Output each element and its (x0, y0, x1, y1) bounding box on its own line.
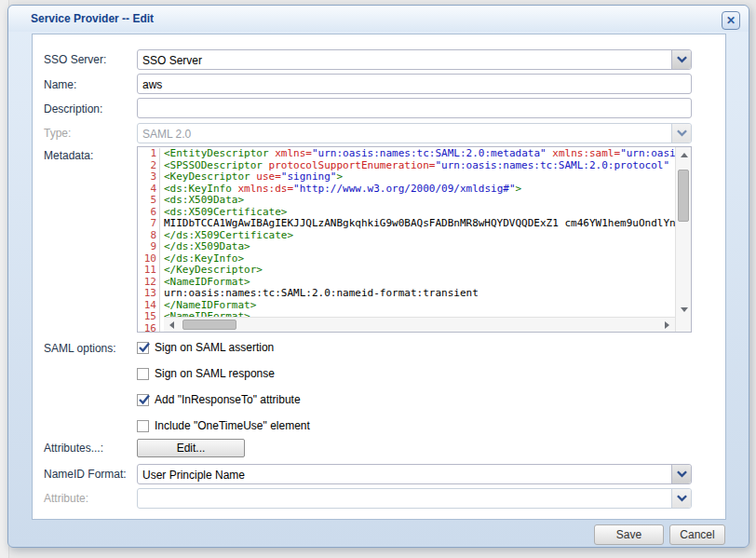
type-value: SAML 2.0 (142, 128, 668, 141)
nameid-format-dropdown-trigger[interactable] (671, 465, 691, 483)
service-provider-edit-dialog: Service Provider -- Edit ✕ SSO Server: S… (7, 5, 749, 548)
saml-option-row: Sign on SAML assertion (137, 340, 274, 355)
metadata-label: Metadata: (44, 149, 137, 162)
sign-on-saml-response-label: Sign on SAML response (155, 367, 275, 380)
add-inresponseto-checkbox[interactable] (137, 394, 149, 406)
chevron-down-icon (677, 495, 687, 502)
include-onetimeuse-label: Include "OneTimeUse" element (155, 419, 310, 432)
sign-on-saml-assertion-checkbox[interactable] (137, 342, 149, 354)
dialog-body-panel: SSO Server: SSO Server Name: aws Descrip… (32, 34, 726, 520)
scroll-left-icon[interactable] (164, 318, 180, 333)
save-button[interactable]: Save (594, 524, 664, 545)
sign-on-saml-assertion-label: Sign on SAML assertion (155, 341, 274, 354)
type-dropdown-trigger (671, 124, 691, 143)
dialog-title: Service Provider -- Edit (31, 12, 154, 25)
saml-option-row: Add "InResponseTo" attribute (137, 392, 301, 407)
metadata-code-editor[interactable]: 12345678910111213141516 <EntityDescripto… (137, 146, 692, 333)
sign-on-saml-response-checkbox[interactable] (137, 368, 149, 380)
description-input[interactable] (137, 98, 692, 118)
add-inresponseto-label: Add "InResponseTo" attribute (155, 393, 301, 406)
nameid-format-value: User Principle Name (142, 469, 668, 482)
name-input[interactable]: aws (137, 74, 692, 94)
sso-server-combobox[interactable]: SSO Server (137, 49, 692, 70)
type-combobox: SAML 2.0 (137, 123, 692, 143)
vertical-scrollbar[interactable] (675, 147, 691, 332)
edit-attributes-button[interactable]: Edit... (137, 439, 245, 457)
scroll-down-icon[interactable] (676, 302, 692, 317)
scroll-up-icon[interactable] (676, 147, 692, 162)
attribute-dropdown-trigger (671, 489, 691, 508)
chevron-down-icon (677, 129, 687, 137)
sso-server-dropdown-trigger[interactable] (671, 50, 691, 69)
saml-option-row: Sign on SAML response (137, 366, 275, 381)
attributes-label: Attributes...: (44, 442, 137, 455)
horizontal-scrollbar[interactable] (164, 317, 675, 332)
type-label: Type: (44, 127, 137, 140)
include-onetimeuse-checkbox[interactable] (137, 420, 149, 432)
cancel-button[interactable]: Cancel (669, 524, 725, 545)
name-label: Name: (44, 78, 137, 91)
checkmark-icon (138, 393, 151, 406)
sso-server-value: SSO Server (142, 54, 668, 67)
chevron-down-icon (677, 470, 687, 478)
saml-options-label: SAML options: (44, 342, 137, 355)
sso-server-label: SSO Server: (44, 53, 137, 66)
attribute-combobox (137, 488, 692, 509)
horizontal-scroll-thumb[interactable] (182, 320, 236, 330)
attribute-label: Attribute: (44, 492, 137, 505)
chevron-down-icon (677, 56, 687, 63)
scroll-right-icon[interactable] (659, 318, 675, 333)
nameid-format-label: NameID Format: (44, 468, 137, 481)
line-number-gutter: 12345678910111213141516 (138, 148, 160, 332)
vertical-scroll-thumb[interactable] (678, 170, 689, 222)
nameid-format-combobox[interactable]: User Principle Name (137, 464, 692, 484)
close-icon[interactable]: ✕ (722, 11, 740, 30)
checkmark-icon (138, 341, 151, 354)
saml-option-row: Include "OneTimeUse" element (137, 418, 310, 433)
metadata-code[interactable]: <EntityDescriptor xmlns="urn:oasis:names… (164, 148, 675, 332)
description-label: Description: (44, 102, 137, 116)
dialog-header[interactable]: Service Provider -- Edit ✕ (8, 6, 749, 32)
name-value: aws (142, 78, 668, 91)
